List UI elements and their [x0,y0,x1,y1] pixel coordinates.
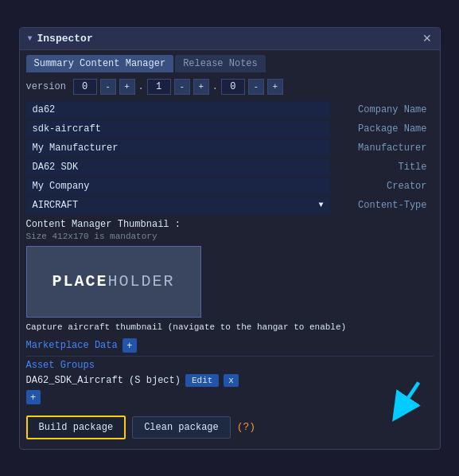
clean-package-button[interactable]: Clean package [132,416,231,439]
package-name-label: Package Name [330,120,434,138]
asset-name: DA62_SDK_Aircraft (S bject) [26,375,181,386]
thumbnail-section: Content Manager Thumbnail : Size 412x170… [26,219,434,332]
field-row-package: sdk-aircraft Package Name [26,120,434,138]
thumbnail-placeholder[interactable]: PLACEHOLDER [26,246,201,318]
asset-groups-section-header: Asset Groups [26,360,434,371]
inspector-window: ▼ Inspector ✕ Summary Content Manager Re… [19,27,441,450]
build-package-button[interactable]: Build package [26,416,126,439]
version-major-minus[interactable]: - [100,79,116,95]
triangle-icon: ▼ [28,34,33,43]
asset-groups-label: Asset Groups [26,360,95,371]
asset-groups-row: DA62_SDK_Aircraft (S bject) Edit x [26,374,434,387]
version-minor-input[interactable] [147,79,171,95]
version-minor-minus[interactable]: - [174,79,190,95]
company-name-value: da62 [26,101,330,119]
close-button[interactable]: ✕ [422,33,432,44]
package-name-value: sdk-aircraft [26,120,330,138]
title-value: DA62 SDK [26,158,330,176]
tab-release-notes[interactable]: Release Notes [175,55,266,72]
dot-sep-2: . [212,81,218,92]
field-row-manufacturer: My Manufacturer Manufacturer [26,139,434,157]
version-label: version [26,81,70,92]
version-major-plus[interactable]: + [119,79,135,95]
asset-edit-button[interactable]: Edit [185,374,219,387]
tab-summary[interactable]: Summary Content Manager [26,55,174,72]
capture-note: Capture aircraft thumbnail (navigate to … [26,322,434,332]
version-patch-minus[interactable]: - [248,79,264,95]
version-row: version - + . - + . - + [26,79,434,95]
manufacturer-value: My Manufacturer [26,139,330,157]
version-patch-plus[interactable]: + [267,79,283,95]
creator-value: My Company [26,178,330,195]
manufacturer-label: Manufacturer [330,139,434,157]
help-button[interactable]: (?) [237,421,255,433]
bottom-actions: Build package Clean package (?) [26,411,434,443]
dropdown-arrow-icon: ▼ [318,201,323,209]
content-type-dropdown[interactable]: AIRCRAFT ▼ [26,197,330,214]
field-row-company: da62 Company Name [26,101,434,119]
marketplace-section: Marketplace Data + [26,338,434,353]
version-minor-plus[interactable]: + [193,79,209,95]
title-label: Title [330,158,434,176]
content-type-label: Content-Type [330,197,434,214]
tabs-container: Summary Content Manager Release Notes [20,50,440,72]
window-title: Inspector [37,33,93,45]
thumbnail-hint: Size 412x170 is mandatory [26,232,434,241]
company-name-label: Company Name [330,101,434,119]
content-type-value: AIRCRAFT [33,200,79,211]
marketplace-add-button[interactable]: + [123,338,137,353]
title-bar: ▼ Inspector ✕ [20,28,440,50]
asset-add-button[interactable]: + [26,390,41,404]
dot-sep-1: . [138,81,144,92]
creator-label: Creator [330,178,434,195]
version-patch-input[interactable] [221,79,245,95]
version-major-input[interactable] [73,79,97,95]
field-row-creator: My Company Creator [26,178,434,195]
field-row-title: DA62 SDK Title [26,158,434,176]
marketplace-label: Marketplace Data [26,340,118,351]
divider [26,356,434,357]
placeholder-text: PLACEHOLDER [52,272,174,291]
thumbnail-section-label: Content Manager Thumbnail : [26,219,434,230]
content-area: version - + . - + . - + da62 Company Nam… [20,72,440,449]
content-type-row: AIRCRAFT ▼ Content-Type [26,197,434,214]
asset-remove-button[interactable]: x [224,374,239,387]
